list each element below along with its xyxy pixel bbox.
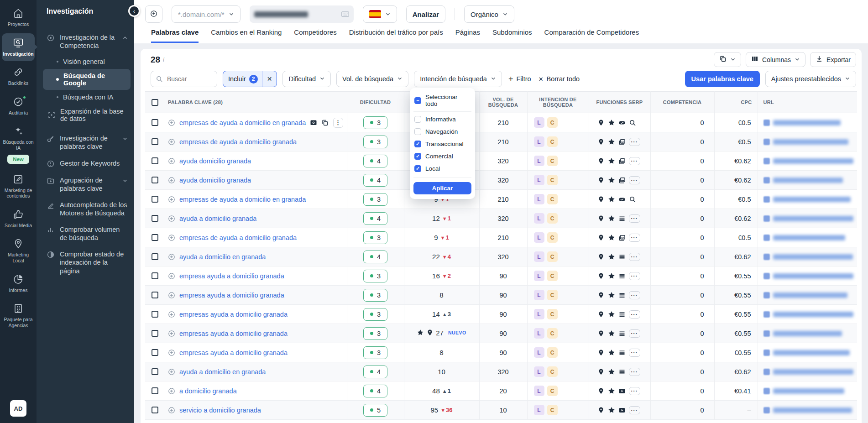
keyword-link[interactable]: empresa ayuda a domicilio granada: [179, 292, 284, 299]
more-features-icon[interactable]: ···: [629, 406, 640, 414]
row-checkbox[interactable]: [152, 215, 158, 222]
add-keyword-icon[interactable]: [168, 215, 175, 222]
row-checkbox[interactable]: [152, 311, 158, 318]
add-keyword-icon[interactable]: [168, 311, 175, 318]
sidebar-item-comprobar-volumen-de-b-squeda[interactable]: Comprobar volumen de búsqueda: [42, 221, 131, 246]
more-features-icon[interactable]: ···: [629, 329, 640, 338]
serp-preview-icon[interactable]: [310, 119, 317, 126]
copy-table-button[interactable]: [714, 52, 741, 67]
add-keyword-icon[interactable]: [168, 157, 175, 165]
include-filter-chip[interactable]: Incluir 2 ✕: [223, 71, 277, 87]
tab-cambios-en-el-ranking[interactable]: Cambios en el Ranking: [211, 28, 282, 42]
row-checkbox[interactable]: [152, 292, 158, 298]
url-link[interactable]: [763, 330, 854, 337]
rail-item-social-media[interactable]: Social Media: [2, 205, 35, 233]
url-link[interactable]: [763, 139, 854, 145]
header-select[interactable]: [145, 92, 164, 113]
keyword-search-field[interactable]: [151, 71, 217, 87]
sidebar-collapse-button[interactable]: ‹: [128, 5, 140, 17]
rail-item-backlinks[interactable]: Backlinks: [2, 63, 35, 91]
rail-item-b-squeda-con-ia[interactable]: Búsqueda con IANew: [2, 121, 35, 168]
rail-item-marketing-local[interactable]: Marketing Local: [2, 234, 35, 268]
copy-icon[interactable]: [321, 119, 329, 126]
export-button[interactable]: Exportar: [810, 52, 856, 67]
add-keyword-icon[interactable]: [168, 272, 175, 280]
country-select[interactable]: [363, 5, 397, 23]
rail-item-paquete-para-agencias[interactable]: Paquete para Agencias: [2, 299, 35, 333]
intent-option-transaccional[interactable]: ✓Transaccional: [413, 138, 471, 150]
row-checkbox[interactable]: [152, 196, 158, 203]
filter-intenci-n-de-b-squeda[interactable]: Intención de búsqueda: [414, 71, 502, 87]
add-keyword-icon[interactable]: [168, 292, 175, 299]
filter-dificultad[interactable]: Dificultad: [282, 71, 331, 87]
keyword-link[interactable]: empresas de ayuda a domicilio en granada: [179, 119, 306, 126]
analyze-button[interactable]: Analizar: [406, 5, 445, 23]
add-keyword-icon[interactable]: [168, 196, 175, 203]
clear-all-button[interactable]: ✕ Borrar todo: [538, 75, 580, 83]
more-features-icon[interactable]: ···: [629, 138, 640, 146]
add-keyword-icon[interactable]: [168, 234, 175, 241]
row-menu-button[interactable]: ⋮: [333, 118, 343, 128]
add-project-button[interactable]: [145, 5, 162, 23]
tab-palabras-clave[interactable]: Palabras clave: [151, 28, 199, 43]
more-features-icon[interactable]: ···: [629, 291, 640, 299]
row-checkbox[interactable]: [152, 330, 158, 337]
sidebar-subitem-b-squeda-con-ia[interactable]: Búsqueda con IA: [43, 90, 131, 104]
sidebar-subitem-visi-n-general[interactable]: Visión general: [43, 55, 131, 68]
keyword-link[interactable]: empresas de ayuda a domicilio granada: [179, 138, 297, 146]
keyword-link[interactable]: servicio a domicilio granada: [179, 407, 261, 414]
url-link[interactable]: [763, 158, 854, 164]
rail-item-informes[interactable]: Informes: [2, 270, 35, 298]
unchecked-checkbox[interactable]: [414, 128, 421, 135]
row-checkbox[interactable]: [152, 387, 158, 394]
add-keyword-icon[interactable]: [168, 349, 175, 356]
tab-distribuci-n-del-tr-fico-por-pa-s[interactable]: Distribución del tráfico por país: [349, 28, 443, 42]
url-link[interactable]: [763, 292, 854, 298]
keyword-link[interactable]: empresas ayuda a domicilio granada: [179, 311, 288, 318]
add-keyword-icon[interactable]: [168, 177, 175, 184]
indeterminate-checkbox[interactable]: –: [414, 97, 421, 104]
more-features-icon[interactable]: ···: [629, 253, 640, 261]
row-checkbox[interactable]: [152, 349, 158, 356]
tab-competidores[interactable]: Competidores: [294, 28, 336, 42]
checked-checkbox[interactable]: ✓: [414, 165, 421, 172]
url-link[interactable]: [763, 388, 854, 394]
select-all-checkbox[interactable]: [152, 99, 158, 106]
row-checkbox[interactable]: [152, 177, 158, 183]
sidebar-item-autocompletado-de-los-motores-de-b-squed[interactable]: Autocompletado de los Motores de Búsqued…: [42, 197, 131, 221]
keyword-link[interactable]: ayuda a domicilio granada: [179, 215, 256, 222]
add-filter-button[interactable]: + Filtro: [507, 74, 532, 84]
more-features-icon[interactable]: ···: [629, 310, 640, 319]
intent-option-local[interactable]: ✓Local: [413, 162, 471, 175]
url-link[interactable]: [763, 215, 854, 222]
row-checkbox[interactable]: [152, 138, 158, 145]
add-keyword-icon[interactable]: [168, 253, 175, 261]
add-keyword-icon[interactable]: [168, 330, 175, 337]
add-keyword-icon[interactable]: [168, 119, 175, 126]
sidebar-item-gestor-de-keywords[interactable]: Gestor de Keywords: [42, 155, 131, 172]
url-link[interactable]: [763, 177, 854, 183]
more-features-icon[interactable]: ···: [629, 214, 640, 223]
remove-include-filter-icon[interactable]: ✕: [262, 75, 277, 83]
sidebar-item-agrupaci-n-de-palabras-clave[interactable]: Agrupación de palabras clave: [42, 172, 131, 197]
url-link[interactable]: [763, 254, 854, 260]
more-features-icon[interactable]: ···: [629, 157, 640, 165]
keyword-link[interactable]: ayuda domicilio granada: [179, 177, 251, 184]
row-checkbox[interactable]: [152, 368, 158, 375]
rail-item-proyectos[interactable]: Proyectos: [2, 4, 35, 32]
more-features-icon[interactable]: ···: [629, 368, 640, 376]
keyboard-icon[interactable]: [341, 11, 349, 17]
row-checkbox[interactable]: [152, 119, 158, 126]
use-keywords-button[interactable]: Usar palabras clave: [685, 71, 760, 87]
row-checkbox[interactable]: [152, 157, 158, 164]
intent-option-informativa[interactable]: Informativa: [413, 113, 471, 125]
more-features-icon[interactable]: ···: [629, 176, 640, 184]
intent-option-comercial[interactable]: ✓Comercial: [413, 150, 471, 162]
more-features-icon[interactable]: ···: [629, 387, 640, 395]
url-link[interactable]: [763, 235, 854, 241]
rail-item-investigaci-n[interactable]: Investigación: [2, 33, 35, 62]
more-features-icon[interactable]: ···: [629, 349, 640, 357]
apply-button[interactable]: Aplicar: [413, 182, 471, 194]
rail-item-auditor-a[interactable]: Auditoría: [2, 92, 35, 120]
keyword-link[interactable]: empresas ayuda a domicilio granada: [179, 349, 288, 356]
